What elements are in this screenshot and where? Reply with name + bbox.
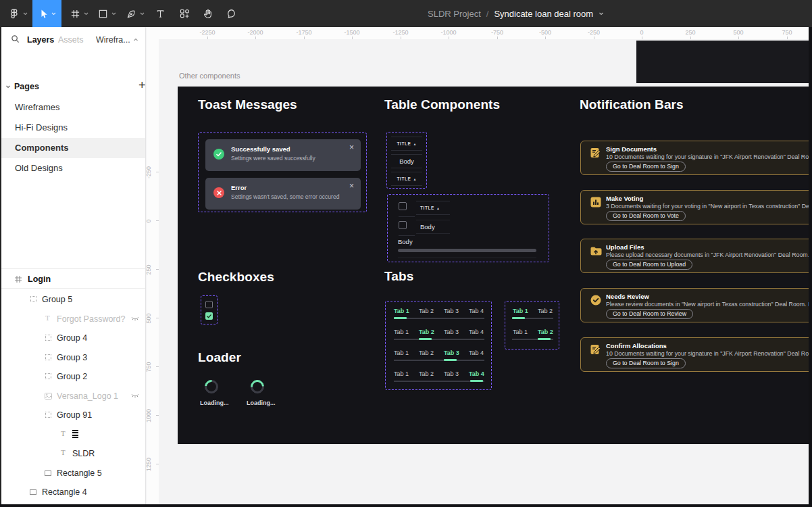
layer-row-rectangle4[interactable]: Rectangle 4 [1, 482, 146, 502]
text-tool-button[interactable] [150, 0, 170, 27]
file-name[interactable]: Syndicate loan deal room [494, 9, 593, 19]
layer-row-forgot-password[interactable]: T Forgot Password? [1, 309, 146, 329]
tab-assets[interactable]: Assets [58, 35, 84, 45]
layer-row-group91[interactable]: Group 91 [1, 405, 146, 425]
row-checkbox[interactable] [399, 202, 407, 210]
tab-item[interactable]: Tab 2 [419, 329, 434, 335]
project-name[interactable]: SLDR Project [428, 9, 481, 19]
ruler-label: 500 [721, 29, 755, 36]
chevron-down-icon[interactable] [599, 12, 604, 16]
comment-tool-button[interactable] [222, 0, 242, 27]
tab-item[interactable]: Tab 1 [394, 308, 409, 314]
hidden-eye-icon[interactable] [131, 316, 139, 322]
voting-icon [590, 196, 602, 208]
go-to-deal-room-button[interactable]: Go to Deal Room to Vote [606, 211, 686, 221]
other-components-frame[interactable]: Toast Messages Table Components Notifica… [178, 87, 812, 444]
row-checkbox[interactable] [399, 221, 407, 229]
ruler-label: 750 [145, 354, 152, 381]
layer-row-group5[interactable]: Group 5 [1, 289, 146, 309]
close-icon[interactable]: × [349, 143, 354, 152]
tab-item[interactable]: Tab 4 [469, 329, 484, 335]
section-heading-notifications: Notification Bars [580, 97, 684, 112]
notification-title: Sign Documents [606, 145, 657, 153]
layer-name: Group 91 [57, 410, 92, 420]
go-to-deal-room-button[interactable]: Go to Deal Room to Upload [606, 260, 692, 270]
tab-item[interactable]: Tab 4 [469, 308, 484, 314]
pen-tool-button[interactable] [124, 0, 147, 27]
layer-row-group4[interactable]: Group 4 [1, 328, 146, 347]
ruler-label: -2000 [238, 29, 272, 36]
go-to-deal-room-button[interactable]: Go to Deal Room to Sign [606, 162, 686, 172]
search-icon[interactable] [11, 34, 20, 43]
resources-tool-button[interactable] [174, 0, 195, 27]
main-menu-button[interactable] [5, 0, 31, 27]
tab-layers[interactable]: Layers [27, 35, 54, 45]
hand-tool-button[interactable] [198, 0, 218, 27]
toolbar: SLDR Project / Syndicate loan deal room [0, 0, 812, 27]
layer-name: Rectangle 4 [42, 487, 87, 497]
ruler-label: -2250 [191, 29, 224, 36]
ruler-label: -500 [528, 29, 562, 36]
tab-wireframes-truncated[interactable]: Wirefra... [96, 35, 130, 45]
add-page-button[interactable]: + [138, 78, 146, 93]
hidden-eye-icon[interactable] [131, 393, 139, 399]
chevron-up-icon[interactable] [133, 38, 138, 41]
tab-item[interactable]: Tab 3 [444, 308, 459, 314]
table-header-cell[interactable]: TITLE ▲ [391, 137, 422, 151]
page-item-old-designs[interactable]: Old Designs [1, 158, 146, 178]
go-to-deal-room-button[interactable]: Go to Deal Room to Sign [606, 358, 686, 368]
tab-item[interactable]: Tab 2 [538, 329, 553, 335]
checkbox-component-group [201, 295, 218, 324]
layer-row-group3[interactable]: Group 3 [1, 347, 146, 367]
layer-row-login[interactable]: Login [1, 268, 146, 289]
frame-title-label[interactable]: Other components [179, 72, 240, 80]
notification-body: 3 Documents waiting for your voting in "… [606, 203, 812, 210]
layer-row-text-block[interactable]: T [1, 425, 146, 444]
tab-item[interactable]: Tab 3 [444, 370, 459, 377]
layer-name: Login [28, 274, 51, 284]
page-item-components-selected[interactable]: Components [1, 138, 146, 158]
table-header-cell[interactable]: TITLE ▲ [391, 172, 422, 186]
tab-item[interactable]: Tab 1 [394, 329, 409, 335]
loader-spinner-half [248, 377, 267, 396]
rectangle-icon [45, 470, 51, 476]
layer-name: SLDR [72, 449, 95, 458]
tab-item[interactable]: Tab 4 [469, 349, 484, 356]
toast-error: Error Settings wasn't saved, some error … [205, 178, 361, 210]
window-edge-bottom [0, 504, 812, 507]
layer-name: Versana_Logo 1 [57, 391, 118, 401]
sort-arrow-icon: ▲ [413, 177, 417, 181]
layer-row-sldr[interactable]: T SLDR [1, 443, 146, 463]
table-header-cell[interactable]: TITLE ▲ [416, 201, 450, 215]
close-icon[interactable]: × [349, 181, 354, 191]
move-tool-button[interactable] [32, 0, 61, 27]
layer-name: Group 4 [57, 333, 87, 343]
ruler-label: 500 [145, 305, 152, 332]
checkbox-unchecked[interactable] [205, 301, 213, 308]
tab-item[interactable]: Tab 1 [513, 329, 528, 335]
tab-item[interactable]: Tab 2 [538, 308, 553, 314]
tab-item[interactable]: Tab 1 [394, 349, 409, 356]
tab-item[interactable]: Tab 4 [469, 370, 484, 377]
layer-row-rectangle5[interactable]: Rectangle 5 [1, 463, 146, 483]
sort-arrow-icon: ▲ [436, 206, 440, 210]
tab-item[interactable]: Tab 1 [394, 370, 409, 377]
layer-row-versana-logo[interactable]: Versana_Logo 1 [1, 386, 146, 406]
section-heading-toast: Toast Messages [198, 97, 297, 112]
page-item-wireframes[interactable]: Wireframes [1, 97, 146, 118]
checkbox-checked[interactable] [205, 312, 213, 320]
tab-item[interactable]: Tab 1 [513, 308, 528, 314]
tab-item[interactable]: Tab 2 [419, 349, 434, 356]
go-to-deal-room-button[interactable]: Go to Deal Room to Review [606, 309, 693, 319]
shape-tool-button[interactable] [95, 0, 118, 27]
adjacent-frame[interactable] [636, 41, 812, 83]
page-item-hifi-designs[interactable]: Hi-Fi Designs [1, 118, 146, 138]
tab-item[interactable]: Tab 3 [444, 329, 459, 335]
ruler-label: 1000 [145, 402, 152, 429]
chevron-down-icon[interactable] [5, 85, 11, 89]
tab-item[interactable]: Tab 3 [444, 349, 459, 356]
tab-item[interactable]: Tab 2 [419, 370, 434, 377]
tab-item[interactable]: Tab 2 [419, 308, 434, 314]
layer-row-group2[interactable]: Group 2 [1, 366, 146, 386]
frame-tool-button[interactable] [68, 0, 91, 27]
